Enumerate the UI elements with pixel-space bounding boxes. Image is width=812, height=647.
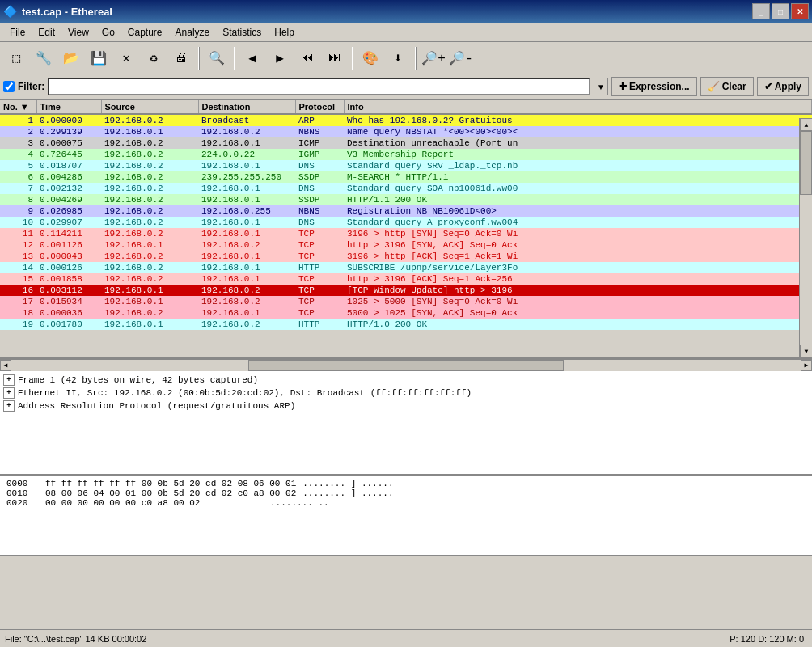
properties-button[interactable]: 🔧 <box>31 45 57 71</box>
filter-input[interactable] <box>48 78 590 95</box>
tree-item-label: Frame 1 (42 bytes on wire, 42 bytes capt… <box>18 375 258 385</box>
status-file: File: "C:\...\test.cap" 14 KB 00:00:02 <box>0 634 721 644</box>
hex-address: 0020 <box>6 498 39 508</box>
table-row[interactable]: 40.726445192.168.0.2224.0.0.22IGMPV3 Mem… <box>0 149 812 160</box>
tree-expander[interactable]: + <box>3 374 15 386</box>
clear-button[interactable]: 🧹 Clear <box>700 77 754 96</box>
table-row[interactable]: 140.000126192.168.0.2192.168.0.1HTTPSUBS… <box>0 262 812 273</box>
col-header-destination[interactable]: Destination <box>198 100 295 114</box>
apply-button[interactable]: ✔ Apply <box>757 77 809 96</box>
horiz-scroll-thumb[interactable] <box>248 360 564 371</box>
status-bar: File: "C:\...\test.cap" 14 KB 00:00:02 P… <box>0 629 812 647</box>
table-row[interactable]: 130.000043192.168.0.2192.168.0.1TCP3196 … <box>0 251 812 262</box>
tree-item[interactable]: +Frame 1 (42 bytes on wire, 42 bytes cap… <box>3 374 809 387</box>
table-row[interactable]: 10.000000192.168.0.2BroadcastARPWho has … <box>0 114 812 126</box>
expression-button[interactable]: ✚ Expression... <box>611 77 697 96</box>
minimize-button[interactable]: _ <box>752 3 770 19</box>
tree-item-label: Address Resolution Protocol (request/gra… <box>18 401 295 411</box>
find-packet-button[interactable]: 🔍 <box>204 45 230 71</box>
tree-item[interactable]: +Address Resolution Protocol (request/gr… <box>3 400 809 412</box>
title-left: 🔷 test.cap - Ethereal <box>3 5 112 19</box>
title-controls: _ □ ✕ <box>752 3 809 19</box>
hex-address: 0010 <box>6 488 39 498</box>
go-back-button[interactable]: ◀ <box>239 45 265 71</box>
tree-expander[interactable]: + <box>3 400 15 412</box>
apply-label: Apply <box>775 81 801 92</box>
menu-item-file[interactable]: File <box>3 23 32 41</box>
scroll-track[interactable] <box>800 131 812 345</box>
packet-list-scrollbar[interactable]: ▲ ▼ <box>799 118 812 357</box>
scroll-left-arrow[interactable]: ◀ <box>0 360 11 371</box>
zoom-out-button[interactable]: 🔎- <box>448 45 474 71</box>
menu-item-help[interactable]: Help <box>268 23 301 41</box>
menu-item-capture[interactable]: Capture <box>121 23 169 41</box>
menu-item-view[interactable]: View <box>61 23 95 41</box>
col-header-protocol[interactable]: Protocol <box>295 100 344 114</box>
menu-item-go[interactable]: Go <box>95 23 121 41</box>
expression-icon: ✚ <box>619 81 627 92</box>
table-row[interactable]: 180.000036192.168.0.2192.168.0.1TCP5000 … <box>0 307 812 319</box>
packet-tbody: 10.000000192.168.0.2BroadcastARPWho has … <box>0 114 812 330</box>
table-row[interactable]: 90.026985192.168.0.2192.168.0.255NBNSReg… <box>0 205 812 217</box>
horizontal-scrollbar[interactable]: ◀ ▶ <box>0 359 812 370</box>
table-row[interactable]: 160.003112192.168.0.1192.168.0.2TCP[TCP … <box>0 285 812 296</box>
table-row[interactable]: 60.004286192.168.0.2239.255.255.250SSDPM… <box>0 171 812 183</box>
go-last-button[interactable]: ⏭ <box>322 45 348 71</box>
hex-row: 001008 00 06 04 00 01 00 0b 5d 20 cd 02 … <box>6 488 806 498</box>
reload-file-button[interactable]: ♻ <box>141 45 167 71</box>
table-row[interactable]: 190.001780192.168.0.1192.168.0.2HTTPHTTP… <box>0 319 812 330</box>
hex-ascii: ........ ] ...... <box>302 479 393 488</box>
table-row[interactable]: 50.018707192.168.0.2192.168.0.1DNSStanda… <box>0 160 812 171</box>
menu-item-analyze[interactable]: Analyze <box>169 23 217 41</box>
filter-checkbox[interactable] <box>3 81 15 92</box>
hex-row: 002000 00 00 00 00 00 c0 a8 00 02.......… <box>6 498 806 508</box>
table-row[interactable]: 150.001858192.168.0.2192.168.0.1TCPhttp … <box>0 273 812 285</box>
hex-bytes: 00 00 00 00 00 00 c0 a8 00 02 <box>45 498 264 508</box>
toolbar-separator <box>234 47 235 70</box>
print-button[interactable]: 🖨 <box>168 45 194 71</box>
menu-item-edit[interactable]: Edit <box>32 23 61 41</box>
colorize-button[interactable]: 🎨 <box>357 45 383 71</box>
close-file-button[interactable]: ✕ <box>113 45 139 71</box>
menu-bar: FileEditViewGoCaptureAnalyzeStatisticsHe… <box>0 23 812 42</box>
maximize-button[interactable]: □ <box>772 3 789 19</box>
tree-panel: +Frame 1 (42 bytes on wire, 42 bytes cap… <box>0 370 812 476</box>
tree-expander[interactable]: + <box>3 387 15 399</box>
auto-scroll-button[interactable]: ⬇ <box>385 45 411 71</box>
expression-label: Expression... <box>629 81 690 92</box>
title-bar: 🔷 test.cap - Ethereal _ □ ✕ <box>0 0 812 23</box>
toolbar-separator <box>198 47 200 70</box>
tree-item[interactable]: +Ethernet II, Src: 192.168.0.2 (00:0b:5d… <box>3 387 809 400</box>
packet-list-container: No. ▼ Time Source Destination Protocol I… <box>0 100 812 359</box>
new-capture-button[interactable]: ⬚ <box>3 45 29 71</box>
col-header-info[interactable]: Info <box>344 100 812 114</box>
go-first-button[interactable]: ⏮ <box>294 45 320 71</box>
save-button[interactable]: 💾 <box>86 45 112 71</box>
col-header-time[interactable]: Time <box>36 100 101 114</box>
table-row[interactable]: 110.114211192.168.0.2192.168.0.1TCP3196 … <box>0 228 812 239</box>
table-row[interactable]: 20.299139192.168.0.1192.168.0.2NBNSName … <box>0 126 812 137</box>
col-header-no[interactable]: No. ▼ <box>0 100 36 114</box>
horiz-scroll-track[interactable] <box>11 360 801 371</box>
table-row[interactable]: 30.000075192.168.0.2192.168.0.1ICMPDesti… <box>0 137 812 149</box>
table-row[interactable]: 170.015934192.168.0.1192.168.0.2TCP1025 … <box>0 296 812 307</box>
close-button[interactable]: ✕ <box>791 3 809 19</box>
scroll-down-arrow[interactable]: ▼ <box>800 345 812 357</box>
toolbar-separator <box>352 47 353 70</box>
col-header-source[interactable]: Source <box>101 100 198 114</box>
table-row[interactable]: 100.029907192.168.0.2192.168.0.1DNSStand… <box>0 217 812 228</box>
zoom-in-button[interactable]: 🔎+ <box>421 45 446 71</box>
scroll-right-arrow[interactable]: ▶ <box>801 360 812 371</box>
open-button[interactable]: 📂 <box>58 45 84 71</box>
status-packets: P: 120 D: 120 M: 0 <box>721 634 812 644</box>
clear-icon: 🧹 <box>708 81 720 92</box>
scroll-thumb[interactable] <box>800 131 812 195</box>
table-row[interactable]: 80.004269192.168.0.2192.168.0.1SSDPHTTP/… <box>0 194 812 205</box>
filter-dropdown-button[interactable]: ▼ <box>594 78 608 95</box>
table-row[interactable]: 120.001126192.168.0.1192.168.0.2TCPhttp … <box>0 239 812 251</box>
menu-item-statistics[interactable]: Statistics <box>216 23 268 41</box>
go-forward-button[interactable]: ▶ <box>267 45 293 71</box>
table-row[interactable]: 70.002132192.168.0.2192.168.0.1DNSStanda… <box>0 183 812 194</box>
scroll-up-arrow[interactable]: ▲ <box>800 118 812 131</box>
tree-item-label: Ethernet II, Src: 192.168.0.2 (00:0b:5d:… <box>18 388 472 398</box>
